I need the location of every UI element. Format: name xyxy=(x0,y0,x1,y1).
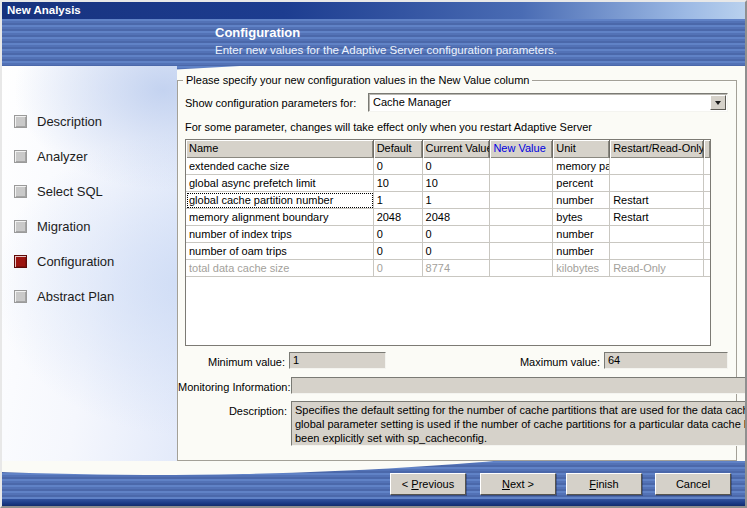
groupbox-title: Please specify your new configuration va… xyxy=(183,74,532,86)
cell-name: global async prefetch limit xyxy=(186,175,374,192)
description-text: Specifies the default setting for the nu… xyxy=(295,404,747,444)
cell-name: extended cache size xyxy=(186,158,374,175)
table-row[interactable]: number of index trips 0 0 number xyxy=(186,226,710,243)
table-row[interactable]: number of oam trips 0 0 number xyxy=(186,243,710,260)
cell-new-value[interactable] xyxy=(490,243,553,260)
cell-current-value: 2048 xyxy=(423,209,491,226)
cell-filler xyxy=(704,175,710,192)
chevron-down-icon xyxy=(715,101,721,108)
sidebar-item-label: Migration xyxy=(37,219,90,234)
column-header-filler xyxy=(704,140,710,158)
column-header-default[interactable]: Default xyxy=(374,140,423,158)
maximum-value: 64 xyxy=(608,354,620,366)
table-row-readonly[interactable]: total data cache size 0 8774 kilobytes R… xyxy=(186,260,710,277)
cell-new-value[interactable] xyxy=(490,192,553,209)
sidebar-item-label: Description xyxy=(37,114,102,129)
cell-restart xyxy=(610,158,704,175)
cell-unit: percent xyxy=(553,175,610,192)
restart-note: For some parameter, changes will take ef… xyxy=(185,121,592,133)
title-bar: New Analysis xyxy=(2,2,745,19)
cell-filler xyxy=(704,158,710,175)
cell-unit: number xyxy=(553,226,610,243)
monitoring-information-field xyxy=(291,377,747,394)
wizard-header: Configuration Enter new values for the A… xyxy=(2,19,745,66)
cell-unit: number xyxy=(553,243,610,260)
previous-button[interactable]: < Previous xyxy=(390,473,466,495)
cell-current-value: 0 xyxy=(423,243,491,260)
new-analysis-window: New Analysis Configuration Enter new val… xyxy=(0,0,747,508)
sidebar-item-label: Abstract Plan xyxy=(37,289,114,304)
table-row-selected[interactable]: global cache partition number 1 1 number… xyxy=(186,192,710,209)
page-subtitle: Enter new values for the Adaptive Server… xyxy=(215,44,557,56)
column-header-new-value[interactable]: New Value xyxy=(490,140,553,158)
cell-current-value: 0 xyxy=(423,226,491,243)
sidebar-item-label: Analyzer xyxy=(37,149,88,164)
cell-default: 1 xyxy=(374,192,423,209)
description-field: Specifies the default setting for the nu… xyxy=(291,401,747,446)
cell-default: 10 xyxy=(374,175,423,192)
cell-default: 0 xyxy=(374,243,423,260)
cell-current-value: 8774 xyxy=(423,260,491,277)
step-indicator-square xyxy=(14,290,27,303)
cell-default: 2048 xyxy=(374,209,423,226)
parameters-table: Name Default Current Value New Value Uni… xyxy=(185,139,711,346)
cell-restart xyxy=(610,226,704,243)
next-button[interactable]: Next > xyxy=(480,473,556,495)
cell-new-value[interactable] xyxy=(490,175,553,192)
cell-new-value[interactable] xyxy=(490,209,553,226)
column-header-name[interactable]: Name xyxy=(186,140,374,158)
window-title: New Analysis xyxy=(7,4,81,16)
cell-restart xyxy=(610,243,704,260)
cell-unit: number xyxy=(553,192,610,209)
step-indicator-square-active xyxy=(14,255,27,268)
dropdown-arrow-button[interactable] xyxy=(710,95,726,110)
cell-name: global cache partition number xyxy=(186,192,374,209)
parameter-group-select[interactable]: Cache Manager xyxy=(368,93,728,112)
finish-button[interactable]: Finish xyxy=(566,473,642,495)
cell-filler xyxy=(704,209,710,226)
wizard-steps-sidebar: Description Analyzer Select SQL Migratio… xyxy=(2,66,177,463)
minimum-value: 1 xyxy=(293,354,299,366)
cell-unit: bytes xyxy=(553,209,610,226)
cell-default: 0 xyxy=(374,226,423,243)
maximum-value-field: 64 xyxy=(604,352,728,369)
sidebar-item-description: Description xyxy=(2,104,177,139)
column-header-current-value[interactable]: Current Value xyxy=(423,140,491,158)
table-row[interactable]: extended cache size 0 0 memory pages xyxy=(186,158,710,175)
cell-unit: memory pages xyxy=(553,158,610,175)
cell-name: memory alignment boundary xyxy=(186,209,374,226)
column-header-unit[interactable]: Unit xyxy=(553,140,610,158)
cell-restart: Restart xyxy=(610,209,704,226)
table-row[interactable]: global async prefetch limit 10 10 percen… xyxy=(186,175,710,192)
step-indicator-square xyxy=(14,220,27,233)
cell-new-value[interactable] xyxy=(490,226,553,243)
cell-new-value[interactable] xyxy=(490,158,553,175)
description-label: Description: xyxy=(178,405,287,417)
cell-filler xyxy=(704,192,710,209)
cell-unit: kilobytes xyxy=(553,260,610,277)
cell-filler xyxy=(704,260,710,277)
cell-restart xyxy=(610,175,704,192)
cell-filler xyxy=(704,226,710,243)
step-indicator-square xyxy=(14,150,27,163)
sidebar-item-label: Configuration xyxy=(37,254,114,269)
sidebar-item-abstract-plan: Abstract Plan xyxy=(2,279,177,314)
cell-name: total data cache size xyxy=(186,260,374,277)
cell-default: 0 xyxy=(374,158,423,175)
table-header-row: Name Default Current Value New Value Uni… xyxy=(186,140,710,158)
bottom-accent-strip xyxy=(2,499,745,506)
minimum-value-field: 1 xyxy=(289,352,386,369)
cell-current-value: 0 xyxy=(423,158,491,175)
sidebar-item-select-sql: Select SQL xyxy=(2,174,177,209)
cancel-button[interactable]: Cancel xyxy=(655,473,731,495)
show-params-label: Show configuration parameters for: xyxy=(185,97,356,109)
page-title: Configuration xyxy=(215,25,300,40)
selected-parameter-group: Cache Manager xyxy=(373,96,451,108)
cell-default: 0 xyxy=(374,260,423,277)
cell-filler xyxy=(704,243,710,260)
column-header-restart-read-only[interactable]: Restart/Read-Only xyxy=(610,140,704,158)
cell-restart: Restart xyxy=(610,192,704,209)
table-row[interactable]: memory alignment boundary 2048 2048 byte… xyxy=(186,209,710,226)
minimum-value-label: Minimum value: xyxy=(178,356,285,368)
cell-new-value xyxy=(490,260,553,277)
